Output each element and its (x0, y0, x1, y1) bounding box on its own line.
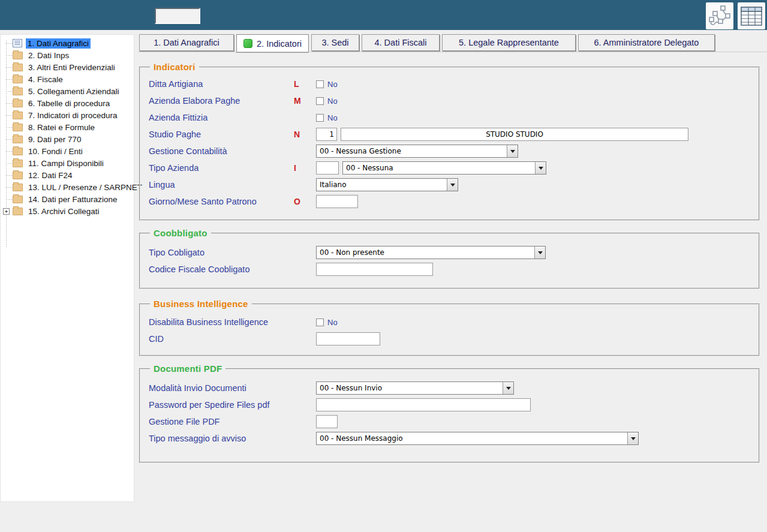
chevron-down-icon[interactable] (535, 162, 546, 174)
header-input[interactable] (155, 8, 200, 24)
section-business-intelligence: Business Intelligence Disabilita Busines… (139, 299, 760, 356)
chevron-down-icon[interactable] (627, 432, 638, 444)
folder-icon (13, 76, 23, 83)
tree-expander-icon[interactable]: + (3, 208, 10, 215)
gestione-file-pdf-input[interactable] (316, 415, 338, 428)
santo-patrono-input[interactable] (316, 195, 358, 208)
tree-item-fondi-enti[interactable]: 10. Fondi / Enti (1, 145, 134, 157)
tab-legale-rappresentante[interactable]: 5. Legale Rappresentante (442, 34, 576, 51)
tree-item-dati-per-fatturazione[interactable]: 14. Dati per Fatturazione (1, 193, 134, 205)
folder-icon (13, 52, 23, 59)
section-title: Documenti PDF (150, 363, 225, 374)
section-coobbligato: Coobbligato Tipo Cobligato 00 - Non pres… (139, 228, 760, 289)
section-indicatori: Indicatori Ditta Artigiana L No Azienda … (139, 62, 760, 221)
tree-item-archivi-collegati[interactable]: + 15. Archivi Collegati (1, 205, 134, 217)
tree-item-collegamenti-aziendali[interactable]: 5. Collegamenti Aziendali (1, 85, 134, 97)
field-tipo-azienda: Tipo Azienda I 00 - Nessuna (149, 160, 759, 176)
folder-icon (13, 124, 23, 131)
field-modalita-invio: Modalità Invio Documenti 00 - Nessun Inv… (149, 380, 759, 396)
password-pdf-input[interactable] (316, 398, 531, 411)
tree-item-dati-anagrafici[interactable]: 1. Dati Anagrafici (1, 37, 134, 49)
field-studio-paghe: Studio Paghe N (149, 126, 759, 143)
field-password-pdf: Password per Spedire Files pdf (149, 396, 759, 413)
cid-input[interactable] (316, 332, 380, 345)
azienda-elabora-paghe-checkbox[interactable] (316, 97, 324, 105)
field-disabilita-bi: Disabilita Business Intelligence No (149, 314, 759, 330)
field-cid: CID (149, 330, 759, 347)
folder-icon (13, 184, 23, 191)
folder-icon (13, 148, 23, 155)
tipo-azienda-code-input[interactable] (316, 161, 339, 175)
tree-item-indicatori-di-procedura[interactable]: 7. Indicatori di procedura (1, 109, 134, 121)
field-gestione-contabilita: Gestione Contabilità 00 - Nessuna Gestio… (149, 143, 759, 160)
tipo-azienda-select[interactable]: 00 - Nessuna (342, 161, 546, 175)
field-azienda-elabora-paghe: Azienda Elabora Paghe M No (149, 92, 759, 109)
field-ditta-artigiana: Ditta Artigiana L No (149, 76, 759, 92)
tree-item-altri-enti-previdenziali[interactable]: 3. Altri Enti Previdenziali (1, 61, 134, 73)
tab-divider (138, 52, 767, 52)
form-icon (13, 39, 22, 47)
table-icon[interactable] (738, 2, 765, 29)
tipo-cobligato-select[interactable]: 00 - Non presente (316, 246, 546, 259)
folder-icon (13, 196, 23, 203)
tab-dati-anagrafici[interactable]: 1. Dati Anagrafici (139, 34, 234, 51)
tab-amministratore-delegato[interactable]: 6. Amministratore Delegato (578, 34, 715, 51)
folder-icon (13, 136, 23, 143)
tab-indicatori[interactable]: 2. Indicatori (236, 34, 309, 53)
field-santo-patrono: Giorno/Mese Santo Patrono O (149, 193, 759, 210)
folder-icon (13, 160, 23, 167)
tab-bar: 1. Dati Anagrafici 2. Indicatori 3. Sedi… (139, 34, 715, 51)
tree-item-dati-per-770[interactable]: 9. Dati per 770 (1, 133, 134, 145)
codice-fiscale-coobligato-input[interactable] (316, 263, 433, 276)
disabilita-bi-checkbox[interactable] (316, 318, 324, 326)
folder-icon (13, 172, 23, 179)
folder-icon (13, 208, 23, 215)
tree-item-fiscale[interactable]: 4. Fiscale (1, 73, 134, 85)
section-title: Indicatori (150, 62, 199, 72)
azienda-fittizia-checkbox[interactable] (316, 114, 324, 122)
tree-item-ratei-e-formule[interactable]: 8. Ratei e Formule (1, 121, 134, 133)
app-window: 1. Dati Anagrafici 2. Dati Inps 3. Altri… (0, 0, 767, 532)
tipo-messaggio-select[interactable]: 00 - Nessun Messaggio (316, 432, 639, 445)
tree-item-campi-disponibili[interactable]: 11. Campi Disponibili (1, 157, 134, 169)
folder-icon (13, 88, 23, 95)
navigation-tree: 1. Dati Anagrafici 2. Dati Inps 3. Altri… (1, 37, 134, 217)
tree-item-dati-inps[interactable]: 2. Dati Inps (1, 49, 134, 61)
field-lingua: Lingua Italiano (149, 176, 759, 193)
modalita-invio-select[interactable]: 00 - Nessun Invio (316, 381, 514, 395)
section-title: Coobbligato (150, 228, 211, 238)
field-gestione-file-pdf: Gestione File PDF (149, 413, 759, 430)
navigation-tree-panel: 1. Dati Anagrafici 2. Dati Inps 3. Altri… (0, 34, 134, 502)
section-title: Business Intelligence (150, 299, 252, 309)
field-tipo-cobligato: Tipo Cobligato 00 - Non presente (149, 244, 759, 261)
lingua-select[interactable]: Italiano (316, 178, 458, 191)
chevron-down-icon[interactable] (507, 145, 518, 157)
tree-item-dati-f24[interactable]: 12. Dati F24 (1, 169, 134, 181)
section-documenti-pdf: Documenti PDF Modalità Invio Documenti 0… (139, 363, 760, 463)
studio-paghe-name-input[interactable] (341, 128, 688, 141)
active-tab-indicator-icon (243, 39, 252, 48)
studio-paghe-code-input[interactable] (316, 128, 337, 141)
field-tipo-messaggio: Tipo messaggio di avviso 00 - Nessun Mes… (149, 430, 759, 447)
folder-icon (13, 112, 23, 119)
field-codice-fiscale-coobligato: Codice Fiscale Coobligato (149, 261, 759, 278)
tab-dati-fiscali[interactable]: 4. Dati Fiscali (362, 34, 440, 51)
tree-item-lul-presenze-sarpnet[interactable]: 13. LUL / Presenze / SARPNET (1, 181, 134, 193)
chevron-down-icon[interactable] (447, 179, 458, 191)
gestione-contabilita-select[interactable]: 00 - Nessuna Gestione (316, 145, 518, 158)
tab-sedi[interactable]: 3. Sedi (311, 34, 359, 51)
ditta-artigiana-checkbox[interactable] (316, 80, 324, 88)
folder-icon (13, 64, 23, 71)
tree-item-tabelle-di-procedura[interactable]: 6. Tabelle di procedura (1, 97, 134, 109)
chevron-down-icon[interactable] (503, 382, 513, 394)
flowchart-icon[interactable] (706, 2, 733, 29)
field-azienda-fittizia: Azienda Fittizia No (149, 109, 759, 126)
header-bar (0, 0, 767, 30)
chevron-down-icon[interactable] (534, 247, 545, 259)
folder-icon (13, 100, 23, 107)
